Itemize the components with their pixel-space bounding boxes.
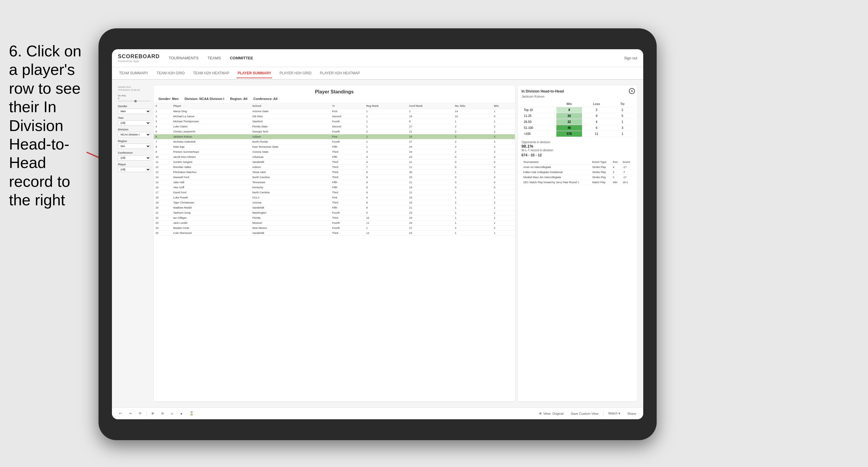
- conference-label: Conference: All: [253, 97, 278, 100]
- h2h-close-button[interactable]: ✕: [629, 88, 635, 94]
- table-row[interactable]: 15 Jake Hall Tennessee Fifth 8 21 0 0: [154, 180, 515, 185]
- nav-tournaments[interactable]: TOURNAMENTS: [168, 54, 198, 62]
- table-row[interactable]: 10 Jacob Mou-Olesen Arkansas Fifth 4 23 …: [154, 155, 515, 160]
- col-rds: No. Rds.: [453, 103, 492, 109]
- view-original-button[interactable]: 👁 View: Original: [536, 411, 566, 416]
- region-select[interactable]: N/A: [118, 144, 151, 149]
- h2h-panel: ✕ In Division Head-to-Head Jackson Koivu…: [518, 86, 637, 401]
- zoom-in-button[interactable]: ⊕: [149, 410, 156, 416]
- tournament-table: Tournament Event Type Pos Score Amer Ari…: [522, 160, 634, 185]
- h2h-row: 26-50 22 4 1: [522, 119, 634, 125]
- region-filter: Region N/A: [118, 139, 151, 149]
- tablet-screen: SCOREBOARD Powered by clippi TOURNAMENTS…: [112, 49, 643, 419]
- table-row[interactable]: 21 Taehoon Song Washington Fourth 6 23 1…: [154, 210, 515, 215]
- tournament-row: Amer Ari Intercollegiate Stroke Play 4 -…: [522, 165, 634, 170]
- tourney-col-score: Score: [621, 160, 634, 165]
- division-label: Division: NCAA Division I: [184, 97, 224, 100]
- col-win: Win: [492, 103, 515, 109]
- save-custom-button[interactable]: Save Custom View: [568, 411, 601, 416]
- tournament-row: Mirabel Maui Jim Intercollegiate Stroke …: [522, 175, 634, 180]
- table-row[interactable]: 7 Nicholas Gabrelcik North Florida Fourt…: [154, 139, 515, 145]
- table-row[interactable]: 11 Gordon Sargent Vanderbilt Third 4 21 …: [154, 160, 515, 165]
- h2h-row: 11-25 20 9 5: [522, 113, 634, 119]
- division-filter: Division NCAA Division I: [118, 128, 151, 137]
- table-row[interactable]: 3 Michael Thorbjornsen Stanford Fourth 1…: [154, 119, 515, 124]
- h2h-col-rank: [522, 101, 556, 107]
- h2h-row: 51-100 46 6 3: [522, 125, 634, 131]
- table-row[interactable]: 13 Phichaksn Maichon Texas A&M Third 6 3…: [154, 170, 515, 175]
- table-row[interactable]: 5 Christo Lamprecht Georgia Tech Fourth …: [154, 129, 515, 134]
- logo-sub: Powered by clippi: [118, 60, 160, 63]
- logo-area: SCOREBOARD Powered by clippi: [118, 54, 160, 63]
- h2h-row: Top 10 8 3 2: [522, 107, 634, 113]
- redo-button[interactable]: ↪: [127, 410, 134, 416]
- nav-teams[interactable]: TEAMS: [208, 54, 221, 62]
- table-row[interactable]: 24 Bastien Amat New Mexico Fourth 1 27 2…: [154, 226, 515, 231]
- table-row[interactable]: 8 Mats Ege East Tennessee State Fifth 1 …: [154, 145, 515, 150]
- col-yr: Yr: [331, 103, 365, 109]
- zoom-out-button[interactable]: ⊖: [159, 410, 166, 416]
- tournament-row: SEC Match Play hosted by Jerry Pate Roun…: [522, 180, 634, 185]
- table-row[interactable]: 16 Alex Goff Kentucky Fifth 8 19 0 0: [154, 185, 515, 190]
- tourney-col-pos: Pos: [611, 160, 621, 165]
- division-select[interactable]: NCAA Division I: [118, 132, 151, 137]
- h2h-col-tie: Tie: [611, 101, 634, 107]
- tournament-row: Fallen Oak Collegiate Invitational Strok…: [522, 170, 634, 175]
- tablet-frame: SCOREBOARD Powered by clippi TOURNAMENTS…: [98, 28, 657, 440]
- table-row[interactable]: 14 Maxwell Ford North Carolina Third 8 2…: [154, 175, 515, 180]
- h2h-table: Win Loss Tie Top 10 8 3 2 11-25 20 9 5 2…: [522, 101, 634, 137]
- table-row[interactable]: 19 Tiger Christensen Arizona Third 8 23 …: [154, 200, 515, 205]
- sub-nav: TEAM SUMMARY TEAM H2H GRID TEAM H2H HEAT…: [112, 67, 643, 80]
- table-row[interactable]: 12 Brendan Valles Auburn Third 7 11 0 0: [154, 165, 515, 170]
- tourney-col-type: Event Type: [590, 160, 611, 165]
- sign-out-link[interactable]: Sign out: [624, 56, 637, 60]
- player-select[interactable]: (All): [118, 167, 151, 172]
- watch-button[interactable]: Watch ▾: [606, 410, 623, 416]
- year-select[interactable]: (All): [118, 120, 151, 126]
- conference-filter: Conference (All): [118, 151, 151, 160]
- gender-select[interactable]: Men: [118, 108, 151, 114]
- tab-player-h2h-heatmap[interactable]: PLAYER H2H HEATMAP: [319, 69, 361, 78]
- nav-right: Sign out: [624, 56, 637, 60]
- col-num: #: [154, 103, 171, 109]
- h2h-col-loss: Loss: [582, 101, 611, 107]
- tab-team-summary[interactable]: TEAM SUMMARY: [118, 69, 150, 78]
- table-row[interactable]: 20 Matthew Riedel Vanderbilt Fifth 8 21 …: [154, 205, 515, 210]
- fit-button[interactable]: ⎋: [168, 411, 176, 416]
- tab-team-h2h-heatmap[interactable]: TEAM H2H HEATMAP: [192, 69, 230, 78]
- table-row[interactable]: 1 Wenyi Ding Arizona State First 1 1 14 …: [154, 109, 515, 114]
- year-filter: Year (All): [118, 116, 151, 126]
- table-row[interactable]: 6 Jackson Koivun Auburn First 1 15 2 2: [154, 134, 515, 139]
- table-row[interactable]: 25 Cole Sherwood Vanderbilt Third 12 23 …: [154, 231, 515, 236]
- table-row[interactable]: 22 Ian Gilligan Florida Third 10 24 1 1: [154, 215, 515, 220]
- standings-filter-row: Gender: Men Division: NCAA Division I Re…: [158, 97, 510, 100]
- table-row[interactable]: 4 Luke Claton Florida State Second 1 27 …: [154, 124, 515, 129]
- standings-header: Player Standings Gender: Men Division: N…: [154, 86, 515, 103]
- view-icon: 👁: [539, 412, 542, 415]
- table-row[interactable]: 18 Luke Powell UCLA First 4 24 1 1: [154, 195, 515, 200]
- reset-button[interactable]: ⟳: [136, 410, 144, 416]
- table-row[interactable]: 23 Jack Lundin Missouri Fourth 11 24 1 1: [154, 220, 515, 226]
- record-button[interactable]: ●: [178, 411, 185, 416]
- table-row[interactable]: 17 David Ford North Carolina Third 8 21 …: [154, 190, 515, 195]
- timer-button[interactable]: ⌛: [187, 410, 196, 416]
- undo-button[interactable]: ↩: [117, 410, 124, 416]
- share-button[interactable]: Share: [625, 411, 639, 416]
- table-row[interactable]: 2 Michael La Sasse Ole Miss Second 1 19 …: [154, 114, 515, 119]
- standings-table: # Player School Yr Reg Rank Conf Rank No…: [154, 103, 515, 401]
- nav-committee[interactable]: COMMITTEE: [230, 54, 253, 62]
- tab-player-h2h-grid[interactable]: PLAYER H2H GRID: [278, 69, 312, 78]
- opponents-label: Opponents in division:: [522, 141, 634, 144]
- col-conf: Conf Rank: [407, 103, 453, 109]
- table-row[interactable]: 9 Preston Summerhays Arizona State Third…: [154, 150, 515, 155]
- filter-panel: Update time: 27/03/2024 16:56:26 No Rds.…: [118, 86, 151, 401]
- conference-select[interactable]: (All): [118, 155, 151, 160]
- opponents-pct: 98.1%: [522, 144, 634, 149]
- main-content: Update time: 27/03/2024 16:56:26 No Rds.…: [112, 80, 643, 407]
- tab-player-summary[interactable]: PLAYER SUMMARY: [237, 69, 272, 78]
- standings-title: Player Standings: [158, 89, 510, 95]
- h2h-row: >100 578 11 1: [522, 131, 634, 137]
- tab-team-h2h-grid[interactable]: TEAM H2H GRID: [156, 69, 186, 78]
- wl-label: W-L-T record in-division:: [522, 149, 634, 152]
- top-nav: SCOREBOARD Powered by clippi TOURNAMENTS…: [112, 49, 643, 67]
